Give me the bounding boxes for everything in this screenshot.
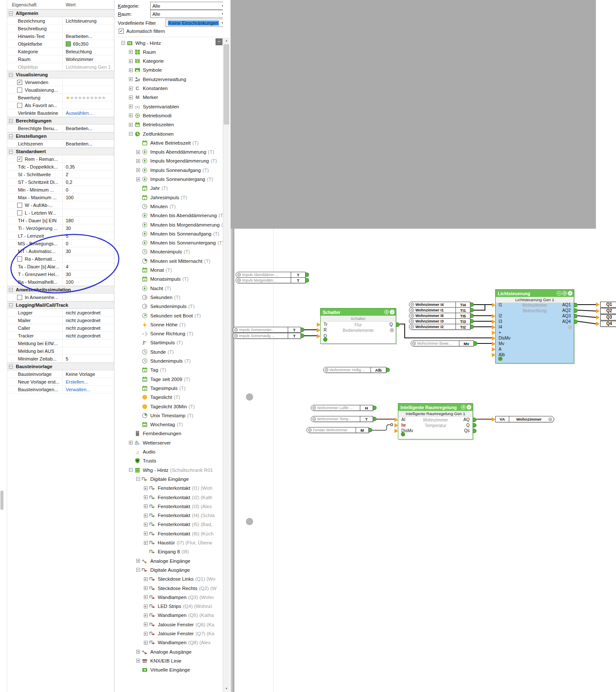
collapse-icon[interactable]: − [136,477,140,481]
property-row[interactable]: Meldung bei AUS [7,347,114,355]
input-pin-marker[interactable] [317,323,321,327]
property-row[interactable]: Ra - Alternati... [7,255,114,263]
tree-item[interactable]: Minutenimpuls(T) [115,247,223,256]
gear-icon[interactable]: ⚙ [384,310,389,314]
property-section-row[interactable]: −Logging/Mail/Call/Track [7,301,114,309]
output-reference-va[interactable]: VAWohnzimmer [495,416,554,422]
tree-item[interactable]: Tageslicht(T) [115,393,223,402]
function-block-raumregelung[interactable]: Intelligente Raumregelung⚙iIntelligente … [398,403,473,439]
tree-item[interactable]: +Impuls Sonnenuntergang(T) [115,175,223,184]
gear-icon[interactable] [412,342,416,345]
block-header[interactable]: Schalter⚙i [321,308,396,316]
gear-icon[interactable] [237,273,241,276]
property-section-row[interactable]: −Anwesenheitssimulation [7,286,114,294]
tree-item[interactable]: mMonat(T) [115,266,223,275]
checkbox[interactable] [17,295,22,300]
io-reference-imp-morgen[interactable]: Impuls Morgendäm...T [236,277,306,283]
property-value[interactable]: 5 [63,233,114,238]
tree-scrollbar-thumb[interactable] [224,44,229,125]
property-value[interactable]: 180 [63,218,114,223]
tree-item[interactable]: +Impuls Sonnenaufgang(T) [115,166,223,174]
property-value[interactable]: 100 [63,195,114,200]
expand-icon[interactable]: + [144,523,148,526]
output-reference-q1[interactable]: Q1 [600,302,616,308]
expand-icon[interactable]: + [144,514,148,518]
tree-item[interactable]: +(×)Systemvariablen [115,102,223,111]
tree-item[interactable]: +Impuls Morgendämmerung(T) [115,157,223,166]
checkbox[interactable] [17,256,22,262]
tree-item[interactable]: +MMerker [115,93,223,102]
output-pin-marker[interactable] [596,302,600,307]
property-row[interactable]: MT - Automatisc...30 [7,247,114,255]
input-pin-marker[interactable] [492,303,496,307]
tree-item[interactable]: Minuten bis Sonnenuntergang(T) [115,238,223,247]
tree-item[interactable]: +Wandlampen(Q3) (Wohn [115,593,223,602]
property-row[interactable]: Visualisierung... [7,86,114,94]
input-pin-marker[interactable] [492,314,496,318]
output-reference-q2[interactable]: Q2 [600,308,616,314]
tree-item[interactable]: dTagesimpuls(T) [115,384,223,393]
io-reference-hellig[interactable]: Wohnzimmer Hellig ...Alb [323,367,386,373]
expand-icon[interactable]: + [136,150,140,154]
tree-item[interactable]: +LED Strips(Q4) (Wohnzi [115,602,223,611]
input-pin[interactable]: I2 [499,314,502,318]
property-value[interactable]: 5 [63,356,114,361]
io-reference-luftfe[interactable]: Wohnzimmer Luftfe ...H [311,405,373,411]
input-pin-marker[interactable] [394,429,398,433]
expand-icon[interactable]: + [129,77,133,81]
input-pin[interactable]: DisMv [499,336,511,340]
property-row[interactable]: Ti - Verzögerung ...30 [7,224,114,232]
io-reference-ti3[interactable]: Wohnzimmer I3TI3 [409,318,470,324]
expand-icon[interactable]: + [144,622,148,626]
expand-icon[interactable]: + [129,105,133,108]
property-value[interactable]: Bearbeiten... [63,34,114,39]
output-pin[interactable]: Qs [464,429,470,433]
tree-item[interactable]: +Benutzerverwaltung [115,75,223,84]
input-pin-marker[interactable] [394,423,398,427]
tree-item[interactable]: Minuten bis Morgendämmerung(T) [115,220,223,229]
info-icon[interactable]: i [390,310,394,314]
io-reference-temp[interactable]: Wohnzimmer Temp...T [311,416,373,422]
property-section-row[interactable]: −Visualisierung [7,71,114,79]
property-value[interactable]: Verwalten... [63,387,114,392]
io-reference-imp-abend[interactable]: Impuls Abenddämm ...T [236,272,306,278]
program-canvas[interactable]: Schalter⚙iSchalterTrROQFlurBedienelement… [231,0,616,692]
checkbox[interactable] [17,103,22,108]
tree-item[interactable]: HNSSonne Richtung(T) [115,329,223,338]
tree-item[interactable]: Minuten bis Sonnenaufgang(T) [115,229,223,238]
output-pin[interactable]: AQ4 [562,320,571,324]
section-collapse-icon[interactable]: − [9,150,13,154]
tree-item[interactable]: −Whg - Hintz(Schaltschrank R01 [115,465,223,474]
output-pin-marker[interactable] [596,322,600,326]
input-pin-marker[interactable] [492,320,496,324]
checkbox[interactable]: ✓ [17,157,22,162]
gear-icon[interactable] [411,303,414,306]
collapse-icon[interactable]: − [136,568,140,572]
tree-item[interactable]: +Haustür(I7) (Flur, Überw [115,538,223,547]
input-pin-marker[interactable] [492,336,496,340]
tree-item[interactable]: Startimpuls(T) [115,338,223,347]
property-row[interactable]: Callernicht zugeordnet [7,324,114,332]
gear-icon[interactable] [411,320,414,323]
expand-icon[interactable]: + [144,532,148,535]
scroll-up-icon[interactable]: ▲ [223,38,230,44]
tree-item[interactable]: ♫Audio [115,448,223,456]
tree-item[interactable]: +Betriebsmodi [115,111,223,120]
tree-item[interactable]: +Fensterkontakt(I5) (Bad, [115,520,223,529]
gear-icon[interactable] [411,308,414,312]
tree-item[interactable]: Tageslicht 30Min(T) [115,402,223,411]
property-row[interactable]: LichtszenenBearbeiten... [7,140,114,148]
section-collapse-icon[interactable]: − [9,303,13,307]
property-row[interactable]: ST - Schrittzeit Di...0,2 [7,178,114,186]
tree-item[interactable]: +Fensterkontakt(I6) (Küch [115,529,223,538]
tree-item[interactable]: +Raum [115,47,223,56]
expand-icon[interactable]: + [136,650,140,654]
expand-icon[interactable]: + [129,96,133,99]
property-section-row[interactable]: −Allgemein [7,9,114,17]
io-reference-fenster[interactable]: Fenster WohnzimmerM [307,427,369,433]
input-pin-marker[interactable] [394,418,398,422]
property-row[interactable]: Bausteinvorlagen...Verwalten... [7,386,114,393]
property-value[interactable]: 100 [63,279,114,285]
property-value[interactable]: 0,35 [63,164,114,169]
property-section-row[interactable]: −Bausteinvorlage [7,363,114,370]
